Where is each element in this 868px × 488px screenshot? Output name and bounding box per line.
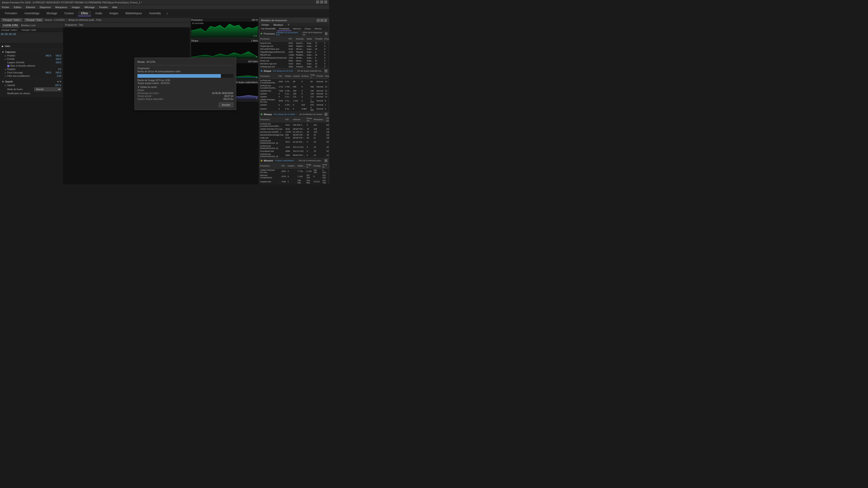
network-graph-stat: 100 Kbit/s <box>248 60 258 63</box>
tab-lumetri[interactable]: Moniteur Lumi <box>20 24 36 27</box>
net-col-recv: Réception... <box>313 117 325 123</box>
rm-menu-file[interactable]: Fichier <box>260 24 270 26</box>
rm-processor-header: Processeur Utilisation du processeur 97%… <box>259 31 329 36</box>
mem-col-process: Processus <box>259 163 281 169</box>
rm-tab-network[interactable]: Réseau <box>313 27 323 31</box>
rm-minimize-btn[interactable]: − <box>317 19 320 22</box>
rm-menu-help[interactable]: ? <box>287 24 290 26</box>
memory-stat2: 25% de la mémoire phys... <box>298 160 322 162</box>
rm-menubar: Fichier Moniteur ? <box>259 23 329 27</box>
disk-expand-btn[interactable]: ▼ <box>324 69 328 72</box>
table-row: mspaint.exe7440C:\W...1800180Normal14 <box>259 90 329 92</box>
rm-tab-overview[interactable]: Vue d'ensemble <box>259 27 277 31</box>
nav-tab-montage[interactable]: Montage <box>43 11 60 16</box>
video-section: ▶ Vidéo <box>0 43 63 49</box>
menu-item-aide[interactable]: Aide <box>112 6 118 8</box>
position-keyframe[interactable]: ◇ <box>4 55 6 57</box>
opacity-title[interactable]: ▼ Opacité ✦ ✎ <box>2 80 61 84</box>
menu-item-edition[interactable]: Edition <box>13 6 22 8</box>
sequence-dropdown[interactable]: Principal * Solid ≡ <box>1 18 22 22</box>
disk-stat2: 5% de temps d'activité ma... <box>297 70 322 72</box>
minimize-button[interactable]: − <box>316 0 319 4</box>
rm-memory-header: Mémoire 0 fautes matérielles/s · 25% de … <box>259 158 329 163</box>
nav-tab-assemblage[interactable]: Assemblage <box>21 11 42 16</box>
disk-col-pid: PID <box>278 73 284 79</box>
nav-tab-biblioth-ques[interactable]: Bibliothèques <box>122 11 145 16</box>
rm-menu-monitor[interactable]: Moniteur <box>273 24 284 26</box>
disk-table-header: Processus PID Fichier Lecture Ecriture T… <box>259 73 329 79</box>
nav-tab-assembly[interactable]: Assembly <box>146 11 164 16</box>
fx-timeline: 00:00:00:00 <box>0 32 63 43</box>
table-row: node.exe5732DESKTOP-...5851108 <box>259 136 329 139</box>
table-row: System4C:\U...1560156Normal14 <box>259 92 329 95</box>
video-section-title[interactable]: ▶ Vidéo <box>2 44 61 48</box>
table-row: Microsoft.Photos.exe6192Micros...Supe...… <box>259 48 329 51</box>
rm-network-section: Réseau E/S réseau de 19 Kbit/s · 0% d'ut… <box>259 112 329 158</box>
nav-tab-audio[interactable]: Audio <box>92 11 105 16</box>
table-row: SkypeApp.exe69920179 12444 256133 948133… <box>259 184 329 185</box>
rotation-keyframe[interactable]: ◇ <box>4 68 6 70</box>
menu-item-fichier[interactable]: Fichier <box>1 6 10 8</box>
menu-item-images[interactable]: Images <box>71 6 81 8</box>
opacity-keyframe[interactable]: ◇ <box>4 84 6 87</box>
menu-item-séquence[interactable]: Séquence <box>39 6 52 8</box>
network-stat1: E/S réseau de 19 Kbit/s <box>274 113 295 116</box>
monitor-dropdown[interactable]: Principal * Solid <box>24 18 43 22</box>
rm-tabs: Vue d'ensemble Processeur Mémoire Disque… <box>259 27 329 31</box>
nav-tab-effets[interactable]: Effets <box>78 11 91 16</box>
nav-tab-formation[interactable]: Formation <box>2 11 20 16</box>
menu-item-fenêtre[interactable]: Fenêtre <box>98 6 109 8</box>
memory-graph-stat: 100 fautes matérielles/s <box>234 81 258 84</box>
menu-item-affichage[interactable]: Affichage <box>84 6 96 8</box>
menu-item-marqueurs[interactable]: Marqueurs <box>55 6 68 8</box>
blend-mode-select[interactable]: Normal <box>34 88 61 91</box>
nav-tab-add[interactable]: + <box>165 12 169 15</box>
processor-stat1: Utilisation du processeur 97% <box>276 31 299 36</box>
merge-label: Merge de référence audio · Piste <box>68 19 101 21</box>
rm-tab-disk[interactable]: Disque <box>303 27 313 31</box>
memory-rows: Adobe Premiere Pro.exe202007 718...5 130… <box>259 169 329 185</box>
processor-table-header: Processus PID Descript. Statut Threads P… <box>259 36 329 42</box>
nav-tab-couleur[interactable]: Couleur <box>61 11 77 16</box>
rm-memory-section: Mémoire 0 fautes matérielles/s · 25% de … <box>259 158 329 184</box>
rm-disk-section: Disque E/S disque de 64 Ko/s · 5% de tem… <box>259 68 329 112</box>
table-row: WinStore.App.exe9164Store...Supe...3200.… <box>259 62 329 65</box>
memory-expand-btn[interactable]: ▼ <box>324 159 328 162</box>
position-row: ◇ Position 960,0 540,0 <box>2 54 61 57</box>
details-toggle[interactable]: ▼ Détails du rendu <box>137 86 233 88</box>
mem-col-paged: Page d... <box>306 163 313 169</box>
net-col-process: Processus <box>259 117 285 123</box>
table-row: RBLWF.exe11904Realtek...Supe...2500.00 <box>259 54 329 57</box>
menu-item-elément[interactable]: Elément <box>25 6 36 8</box>
nav-tab-images[interactable]: Images <box>106 11 121 16</box>
rm-tab-memory[interactable]: Mémoire <box>291 27 303 31</box>
disk-graph-label: Disque <box>191 39 198 42</box>
rm-tab-processor[interactable]: Processeur <box>277 27 291 31</box>
fx-icons: ✦ ✎ <box>57 80 61 83</box>
table-row: mcontainer.exe4068224.0.0.25101818 <box>259 150 329 153</box>
speed-row: Modification de vitesse <box>2 92 61 95</box>
close-button[interactable]: × <box>324 0 327 4</box>
table-row: svchost.exe (NetworkService -p)3900DESKT… <box>259 153 329 158</box>
scale-keyframe[interactable]: ◇ <box>4 58 6 60</box>
network-table: Processus PID Adresse Envoi (oc... Récep… <box>259 117 329 158</box>
rm-maximize-btn[interactable]: □ <box>320 19 323 22</box>
tab-effects-controls[interactable]: Contrôle d'effet <box>2 24 19 27</box>
render-progress-fill <box>137 74 221 78</box>
disk-graph-section: Disque 1 Mo/s 0 <box>190 39 259 59</box>
trajectory-section: ▼ Trajectoire ◇ Position 960,0 540,0 ◇ E… <box>0 49 63 79</box>
disk-graph-stat: 1 Mo/s <box>251 39 258 42</box>
processor-expand-btn[interactable]: ▼ <box>325 32 328 35</box>
cancel-button[interactable]: Annuler <box>219 103 233 107</box>
anchor-keyframe[interactable]: ◇ <box>4 71 6 74</box>
rm-network-header: Réseau E/S réseau de 19 Kbit/s · 0% d'ut… <box>259 112 329 117</box>
antiflicker-keyframe[interactable]: ◇ <box>4 75 6 77</box>
rm-close-btn[interactable]: × <box>324 19 327 22</box>
network-expand-btn[interactable]: ▼ <box>324 113 328 116</box>
disk-table: Processus PID Fichier Lecture Ecriture T… <box>259 73 329 111</box>
uniform-scale-checkbox[interactable] <box>7 65 9 67</box>
col-process: Processus <box>259 36 288 42</box>
disk-title-label: Disque <box>264 70 271 72</box>
trajectory-title[interactable]: ▼ Trajectoire <box>2 50 61 54</box>
maximize-button[interactable]: □ <box>320 0 323 4</box>
